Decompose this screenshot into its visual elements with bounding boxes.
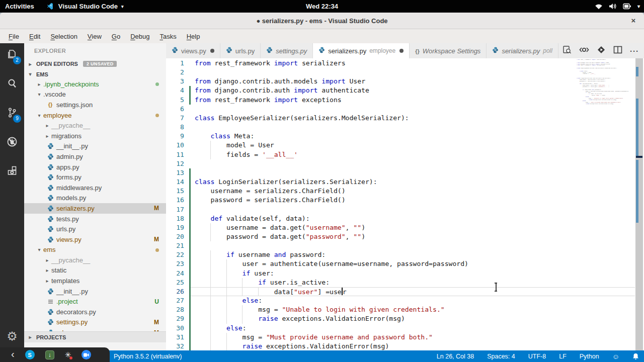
code-line-16[interactable]: 16 password = serializers.CharField() (166, 196, 644, 205)
code-line-21[interactable]: 21 (166, 241, 644, 250)
activities-button[interactable]: Activities (5, 3, 34, 10)
projects-header[interactable]: ▸ PROJECTS (24, 331, 166, 342)
code-line-27[interactable]: 27 else: (166, 296, 644, 305)
code-line-3[interactable]: 3from django.contrib.auth.models import … (166, 77, 644, 86)
menu-go[interactable]: Go (107, 31, 125, 42)
tree-item-forms-py[interactable]: forms.py (24, 172, 166, 183)
tab-workspace-settings[interactable]: {}Workspace Settings (410, 43, 487, 58)
open-editors-header[interactable]: ▸ OPEN EDITORS 2 UNSAVED (24, 58, 166, 69)
status-spaces[interactable]: Spaces: 4 (487, 353, 515, 360)
tree-item-admin-py[interactable]: admin.py (24, 151, 166, 162)
tree-item-settings-py[interactable]: settings.pyM (24, 317, 166, 328)
status-utf8[interactable]: UTF-8 (528, 353, 546, 360)
tab-serializers-py-poll[interactable]: serializers.pypoll (487, 43, 558, 58)
code-line-32[interactable]: 32 raise exceptions.ValidationError(msg) (166, 342, 644, 351)
code-line-29[interactable]: 29 raise exceptions.ValidationError(msg) (166, 314, 644, 323)
tree-item-apps-py[interactable]: apps.py (24, 162, 166, 172)
menu-help[interactable]: Help (182, 31, 205, 42)
skype-icon[interactable]: S (25, 350, 35, 359)
code-editor[interactable]: 1from rest_framework import serializers2… (166, 58, 644, 350)
code-line-5[interactable]: 5from rest_framework import exceptions (166, 96, 644, 105)
window-titlebar[interactable]: ● serializers.py - ems - Visual Studio C… (0, 13, 644, 29)
tree-item-ems[interactable]: ▾ems (24, 245, 166, 255)
tree-item--pycache-[interactable]: ▸__pycache__ (24, 120, 166, 131)
tree-item--vscode[interactable]: ▾.vscode (24, 89, 166, 100)
status-ln[interactable]: Ln 26, Col 38 (437, 353, 474, 360)
menu-view[interactable]: View (83, 31, 106, 42)
code-line-14[interactable]: 14class LoginSerializer(serializers.Seri… (166, 177, 644, 187)
activity-extensions[interactable] (0, 159, 24, 183)
status-python[interactable]: Python (580, 353, 599, 360)
menu-edit[interactable]: Edit (25, 31, 45, 42)
gear-icon[interactable]: ⚙ (0, 329, 24, 343)
tree-item--init-py[interactable]: __init__.py (24, 286, 166, 297)
tab-views-py[interactable]: views.py (166, 43, 220, 58)
code-line-22[interactable]: 22 if username and password: (166, 250, 644, 259)
code-line-15[interactable]: 15 username = serializers.CharField() (166, 187, 644, 196)
tree-item-decorators-py[interactable]: decorators.py (24, 307, 166, 317)
menu-tasks[interactable]: Tasks (155, 31, 181, 42)
python-interpreter-status[interactable]: Python 3.5.2 (virtualenv) (114, 353, 182, 360)
close-button[interactable]: × (629, 16, 638, 25)
app-star-icon[interactable]: ✳ (65, 350, 71, 359)
menu-selection[interactable]: Selection (46, 31, 82, 42)
tree-item-middlewares-py[interactable]: middlewares.py (24, 183, 166, 193)
code-line-4[interactable]: 4from django.contrib.auth import authent… (166, 86, 644, 95)
status-lf[interactable]: LF (559, 353, 567, 360)
split-editor-icon[interactable] (613, 46, 622, 56)
tree-item--project[interactable]: .projectU (24, 296, 166, 307)
code-line-19[interactable]: 19 username = data.get("username", "") (166, 223, 644, 232)
code-line-30[interactable]: 30 else: (166, 324, 644, 333)
tab-settings-py[interactable]: settings.py (261, 43, 313, 58)
clock[interactable]: Wed 22:34 (306, 3, 338, 10)
overview-ruler[interactable] (635, 58, 643, 350)
code-line-12[interactable]: 12 (166, 159, 644, 168)
activity-debug[interactable] (0, 130, 24, 154)
code-line-31[interactable]: 31 msg = "Must provide username and pass… (166, 333, 644, 342)
tree-item-migrations[interactable]: ▸migrations (24, 131, 166, 141)
tree-item-views-py[interactable]: views.pyM (24, 234, 166, 245)
tree-item-urls-py[interactable]: urls.pyM (24, 327, 166, 331)
activity-search[interactable] (0, 71, 24, 96)
code-line-17[interactable]: 17 (166, 205, 644, 214)
tree-item--pycache-[interactable]: ▸__pycache__ (24, 255, 166, 265)
tree-item-tests-py[interactable]: tests.py (24, 214, 166, 224)
code-line-7[interactable]: 7class EmployeeSerializer(serializers.Mo… (166, 114, 644, 123)
tree-item--ipynb-checkpoints[interactable]: ▸.ipynb_checkpoints (24, 79, 166, 89)
updater-icon[interactable]: ↓ (45, 350, 54, 359)
bell-icon[interactable] (632, 353, 639, 360)
tree-item-employee[interactable]: ▾employee (24, 110, 166, 121)
code-line-8[interactable]: 8 (166, 123, 644, 132)
tab-urls-py[interactable]: urls.py (220, 43, 261, 58)
tree-item-static[interactable]: ▸static (24, 265, 166, 276)
menu-file[interactable]: File (4, 31, 24, 42)
dirty-indicator[interactable] (399, 49, 404, 53)
open-preview-icon[interactable] (562, 45, 572, 56)
code-line-10[interactable]: 10 model = User (166, 141, 644, 150)
tree-item-settings-json[interactable]: {}settings.json (24, 100, 166, 110)
code-line-20[interactable]: 20 password = data.get("password", "") (166, 232, 644, 241)
dirty-indicator[interactable] (210, 49, 214, 53)
more-actions-icon[interactable]: ··· (630, 47, 639, 55)
feedback-smiley-icon[interactable]: ☺ (612, 352, 619, 360)
activity-explorer[interactable]: 2 (0, 42, 24, 66)
tree-item-serializers-py[interactable]: serializers.pyM (24, 203, 166, 214)
code-line-6[interactable]: 6 (166, 105, 644, 114)
zoom-icon[interactable] (82, 350, 91, 359)
tree-item--init-py[interactable]: __init__.py (24, 141, 166, 152)
code-line-18[interactable]: 18 def validate(self, data): (166, 214, 644, 223)
code-line-28[interactable]: 28 msg = "Unable to login with given cre… (166, 305, 644, 314)
code-line-2[interactable]: 2 (166, 68, 644, 77)
run-file-icon[interactable] (597, 45, 606, 56)
tree-item-urls-py[interactable]: urls.py (24, 224, 166, 234)
code-line-9[interactable]: 9 class Meta: (166, 132, 644, 141)
code-line-13[interactable]: 13 (166, 168, 644, 177)
code-line-11[interactable]: 11 fields = '__all__' (166, 150, 644, 159)
app-menu[interactable]: Visual Studio Code ▾ (47, 3, 124, 10)
tab-serializers-py-employee[interactable]: serializers.pyemployee (313, 43, 410, 58)
code-line-24[interactable]: 24 if user: (166, 269, 644, 278)
activity-source-control[interactable]: 9 (0, 101, 24, 125)
tree-item-models-py[interactable]: models.py (24, 193, 166, 204)
open-changes-icon[interactable] (579, 46, 589, 56)
code-line-23[interactable]: 23 user = authenticate(username=username… (166, 259, 644, 268)
